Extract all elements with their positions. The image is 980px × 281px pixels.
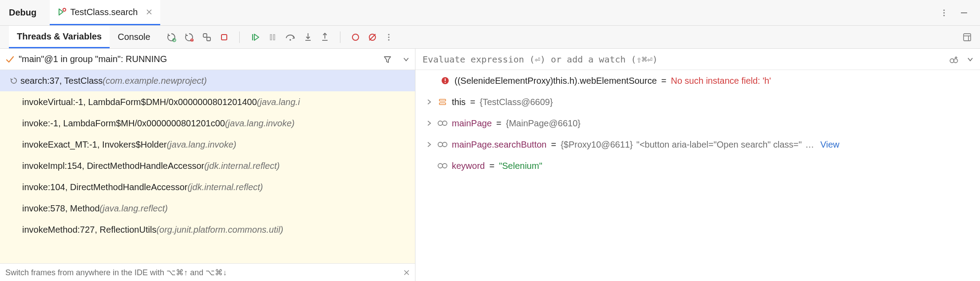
- frame-package: (java.lang.invoke): [225, 118, 295, 129]
- close-tab-icon[interactable]: [146, 9, 152, 15]
- svg-rect-14: [273, 35, 275, 40]
- svg-rect-36: [439, 99, 446, 101]
- variable-value: {$Proxy10@6611}: [561, 140, 633, 150]
- stack-frame[interactable]: invoke:578, Method (java.lang.reflect): [0, 198, 415, 219]
- variable-value: {TestClass@6609}: [480, 97, 553, 107]
- svg-point-41: [443, 142, 447, 147]
- frame-package: (org.junit.platform.commons.util): [156, 225, 283, 235]
- frame-package: (jdk.internal.reflect): [187, 182, 263, 192]
- layout-settings-icon[interactable]: [962, 32, 972, 42]
- stack-frame[interactable]: search:37, TestClass (com.example.newpro…: [0, 70, 415, 91]
- toolbar-separator: [340, 31, 340, 43]
- svg-point-0: [63, 8, 66, 11]
- rerun-failed-icon[interactable]: [184, 32, 194, 42]
- toolbar-separator: [239, 31, 240, 43]
- svg-point-43: [443, 164, 447, 168]
- watch-expression: ((SelenideElementProxy)this.h).webElemen…: [454, 76, 657, 86]
- thread-status-icon: [5, 55, 14, 64]
- frame-package: (java.lang.invoke): [167, 140, 237, 150]
- resume-icon[interactable]: [250, 32, 260, 42]
- watch-error-message: No such instance field: 'h': [671, 76, 771, 86]
- watch-icon: [437, 141, 448, 148]
- watch-icon: [437, 120, 448, 126]
- frame-location: invoke:-1, LambdaForm$MH/0x0000000801201…: [22, 118, 225, 129]
- mute-breakpoints-icon[interactable]: [368, 33, 377, 42]
- stop-icon[interactable]: [220, 33, 229, 42]
- expand-eval-icon[interactable]: [967, 56, 974, 63]
- step-into-icon[interactable]: [304, 32, 312, 42]
- variable-row[interactable]: mainPage = {MainPage@6610}: [415, 113, 980, 134]
- more-debug-icon[interactable]: [385, 33, 393, 41]
- svg-point-24: [388, 36, 389, 38]
- watch-error-row[interactable]: ((SelenideElementProxy)this.h).webElemen…: [415, 70, 980, 91]
- hint-text: Switch frames from anywhere in the IDE w…: [5, 268, 227, 277]
- frame-location: invoke:104, DirectMethodHandleAccessor: [22, 182, 187, 192]
- variable-value: "Selenium": [499, 161, 542, 171]
- tab-console[interactable]: Console: [110, 26, 158, 48]
- close-hint-icon[interactable]: [403, 269, 410, 276]
- run-config-tab[interactable]: TestClass.search: [50, 0, 160, 25]
- svg-rect-7: [191, 39, 192, 40]
- variable-row[interactable]: mainPage.searchButton = {$Proxy10@6611} …: [415, 134, 980, 155]
- variable-name: mainPage: [452, 118, 492, 129]
- toggle-breakpoints-icon[interactable]: [202, 32, 212, 42]
- svg-rect-9: [203, 34, 207, 37]
- filter-icon[interactable]: [383, 55, 392, 64]
- svg-point-42: [438, 164, 443, 168]
- step-over-icon[interactable]: [285, 33, 296, 42]
- add-watch-icon[interactable]: [949, 55, 959, 64]
- view-link[interactable]: View: [820, 140, 839, 150]
- svg-rect-34: [445, 78, 446, 81]
- svg-point-25: [388, 39, 389, 40]
- variables-tree[interactable]: ((SelenideElementProxy)this.h).webElemen…: [415, 70, 980, 281]
- ellipsis: …: [805, 140, 814, 150]
- variable-toString: "<button aria-label="Open search" class=…: [636, 140, 802, 150]
- variable-value: {MainPage@6610}: [506, 118, 581, 129]
- frame-location: invokeMethod:727, ReflectionUtils: [22, 225, 156, 235]
- more-options-icon[interactable]: [940, 9, 948, 17]
- svg-point-20: [352, 34, 359, 40]
- chevron-right-icon[interactable]: [425, 120, 433, 126]
- error-icon: [439, 77, 451, 85]
- stack-frame[interactable]: invokeImpl:154, DirectMethodHandleAccess…: [0, 155, 415, 176]
- svg-point-15: [289, 39, 291, 41]
- frame-location: invokeExact_MT:-1, Invokers$Holder: [22, 140, 167, 150]
- stack-frame[interactable]: invoke:-1, LambdaForm$MH/0x0000000801201…: [0, 113, 415, 134]
- panel-title: Debug: [9, 8, 36, 18]
- tab-threads-variables[interactable]: Threads & Variables: [9, 26, 110, 48]
- svg-point-38: [438, 121, 443, 125]
- evaluate-expression-input[interactable]: [415, 49, 949, 70]
- watch-icon: [437, 163, 448, 169]
- stack-frame[interactable]: invokeExact_MT:-1, Invokers$Holder (java…: [0, 134, 415, 155]
- drop-frame-icon[interactable]: [10, 77, 18, 85]
- svg-rect-12: [252, 34, 253, 40]
- chevron-right-icon[interactable]: [425, 99, 433, 105]
- variable-name: mainPage.searchButton: [452, 140, 546, 150]
- stack-frame[interactable]: invoke:104, DirectMethodHandleAccessor (…: [0, 176, 415, 198]
- svg-point-3: [943, 15, 944, 16]
- variable-row[interactable]: this = {TestClass@6609}: [415, 91, 980, 113]
- run-config-icon: [58, 8, 67, 16]
- variable-name: this: [452, 97, 466, 107]
- this-icon: [437, 98, 448, 106]
- step-out-icon[interactable]: [320, 32, 329, 42]
- frame-location: invoke:578, Method: [22, 203, 100, 214]
- stack-frame[interactable]: invokeVirtual:-1, LambdaForm$DMH/0x00000…: [0, 91, 415, 113]
- pause-icon[interactable]: [268, 33, 277, 42]
- chevron-right-icon[interactable]: [425, 141, 433, 148]
- frame-package: (java.lang.reflect): [100, 203, 168, 214]
- svg-rect-37: [439, 103, 446, 105]
- svg-point-1: [943, 9, 944, 11]
- stack-frame[interactable]: invokeMethod:727, ReflectionUtils (org.j…: [0, 219, 415, 240]
- minimize-icon[interactable]: [960, 8, 968, 17]
- frame-location: invokeImpl:154, DirectMethodHandleAccess…: [22, 161, 204, 171]
- svg-point-23: [388, 34, 389, 35]
- rerun-icon[interactable]: [166, 32, 176, 42]
- view-breakpoints-icon[interactable]: [351, 33, 360, 42]
- svg-rect-26: [964, 34, 971, 41]
- frame-package: (java.lang.i: [257, 97, 300, 107]
- svg-rect-13: [270, 35, 272, 40]
- variable-row[interactable]: keyword = "Selenium": [415, 155, 980, 176]
- thread-dropdown-icon[interactable]: [403, 56, 410, 63]
- frames-list[interactable]: search:37, TestClass (com.example.newpro…: [0, 70, 415, 263]
